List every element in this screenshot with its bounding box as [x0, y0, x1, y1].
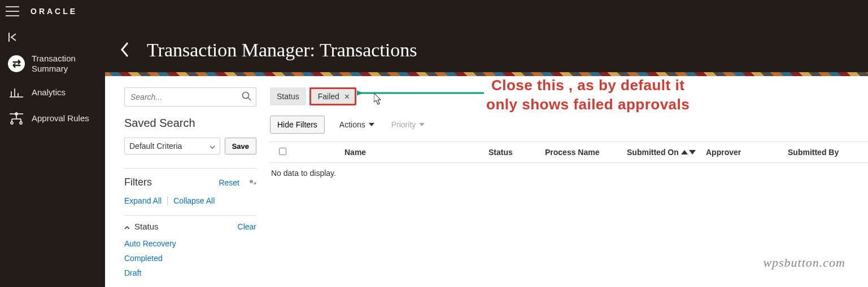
- search-icon[interactable]: [242, 91, 252, 103]
- search-box: [124, 87, 256, 107]
- close-icon[interactable]: ✕: [344, 92, 350, 101]
- page-title: Transaction Manager: Transactions: [147, 39, 417, 61]
- caret-down-icon: [369, 123, 374, 126]
- sidebar: ⇄ Transaction Summary Analytics Approval…: [0, 23, 105, 287]
- column-header-status[interactable]: Status: [488, 148, 545, 157]
- svg-point-11: [11, 122, 13, 124]
- transaction-summary-icon: ⇄: [8, 55, 25, 72]
- search-input[interactable]: [124, 87, 256, 107]
- column-header-submitted-on[interactable]: Submitted On: [627, 148, 706, 157]
- svg-line-14: [248, 98, 251, 100]
- hamburger-icon[interactable]: [6, 6, 19, 16]
- approval-rules-icon: [8, 111, 25, 126]
- sidebar-item-analytics[interactable]: Analytics: [0, 80, 105, 105]
- separator: [167, 196, 168, 205]
- filter-chip-failed: Failed ✕: [309, 87, 356, 105]
- column-header-name[interactable]: Name: [344, 148, 488, 157]
- back-icon[interactable]: [120, 41, 130, 60]
- sort-icon: [681, 150, 696, 154]
- sidebar-collapse-icon[interactable]: [0, 23, 105, 48]
- save-button[interactable]: Save: [225, 138, 256, 154]
- status-section-title: Status: [134, 222, 159, 231]
- filter-chip-status-label: Status: [270, 87, 306, 105]
- svg-point-13: [243, 92, 249, 99]
- table-header-row: Name Status Process Name Submitted On Ap…: [269, 142, 868, 163]
- status-option-draft[interactable]: Draft: [124, 268, 256, 277]
- content: Saved Search Default Criteria Save Filte…: [105, 76, 868, 287]
- page-title-row: Transaction Manager: Transactions: [105, 23, 868, 72]
- caret-down-icon: [419, 123, 425, 126]
- saved-search-title: Saved Search: [124, 117, 256, 130]
- saved-search-select[interactable]: Default Criteria: [124, 138, 220, 154]
- column-header-process-name[interactable]: Process Name: [545, 148, 627, 157]
- svg-point-6: [15, 113, 18, 115]
- filter-panel: Saved Search Default Criteria Save Filte…: [105, 76, 269, 287]
- collapse-all-link[interactable]: Collapse All: [173, 196, 215, 205]
- status-option-completed[interactable]: Completed: [124, 254, 256, 263]
- divider: [124, 168, 256, 169]
- chevron-up-icon[interactable]: [124, 222, 130, 231]
- sidebar-item-approval-rules[interactable]: Approval Rules: [0, 105, 105, 131]
- no-data-message: No data to display.: [269, 163, 868, 178]
- page-area: Transaction Manager: Transactions Saved …: [105, 23, 868, 287]
- column-header-submitted-by[interactable]: Submitted By: [788, 148, 867, 157]
- watermark: wpsbutton.com: [763, 255, 845, 270]
- priority-menu: Priority: [389, 117, 428, 133]
- sidebar-item-label: Approval Rules: [32, 113, 89, 123]
- actions-menu[interactable]: Actions: [337, 117, 377, 133]
- saved-search-selected: Default Criteria: [129, 142, 182, 151]
- sidebar-item-label: Analytics: [32, 87, 66, 98]
- chevron-down-icon: [210, 142, 215, 151]
- brand-logo: ORACLE: [30, 7, 77, 16]
- expand-all-link[interactable]: Expand All: [124, 196, 162, 205]
- top-header: ORACLE: [0, 0, 868, 23]
- filter-chip-failed-label: Failed: [318, 92, 339, 101]
- gear-icon[interactable]: [246, 176, 256, 188]
- results-panel: Status Failed ✕ Close this , as by defau…: [269, 76, 868, 287]
- svg-point-12: [20, 122, 22, 124]
- status-option-auto-recovery[interactable]: Auto Recovery: [124, 239, 256, 248]
- reset-link[interactable]: Reset: [219, 178, 239, 187]
- column-header-approver[interactable]: Approver: [706, 148, 788, 157]
- analytics-icon: [8, 85, 25, 100]
- filters-title: Filters: [124, 176, 152, 188]
- clear-link[interactable]: Clear: [238, 222, 256, 231]
- sidebar-item-label: Transaction Summary: [32, 54, 97, 74]
- select-all-checkbox[interactable]: [279, 148, 286, 155]
- sidebar-item-transaction-summary[interactable]: ⇄ Transaction Summary: [0, 48, 105, 80]
- hide-filters-button[interactable]: Hide Filters: [270, 116, 325, 134]
